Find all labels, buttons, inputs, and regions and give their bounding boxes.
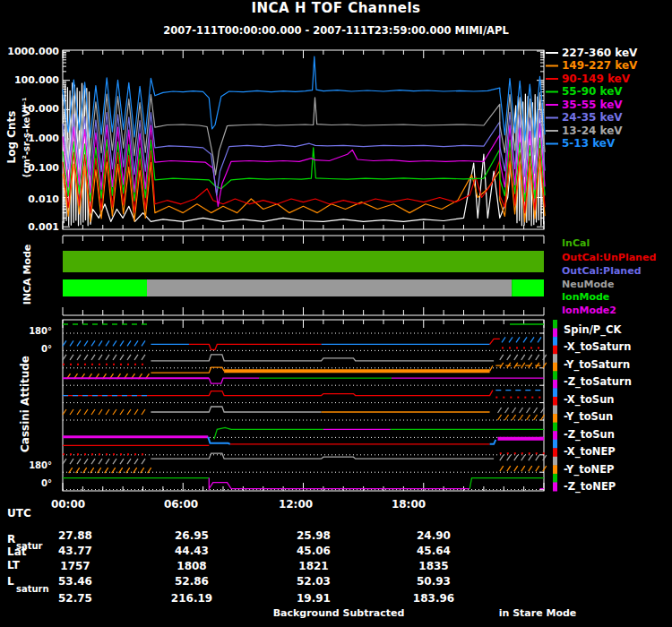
attitude-trace--y-tonep bbox=[77, 459, 81, 464]
attitude-scale-0-bottom: 0° bbox=[27, 478, 52, 488]
attitude-trace--y-tonep bbox=[120, 459, 124, 464]
attitude-key-strip-segment bbox=[553, 414, 557, 423]
attitude-trace--x-tosaturn bbox=[84, 340, 88, 346]
attitude-trace--y-tosaturn bbox=[84, 355, 88, 360]
attitude-trace--x-tosaturn bbox=[77, 340, 81, 346]
flux-trace-5-13-kev bbox=[63, 56, 545, 141]
attitude-key-strip-segment bbox=[553, 423, 557, 432]
attitude-trace--x-tosaturn bbox=[509, 347, 511, 348]
inca-tof-plot-screen: INCA H TOF Channels 2007-111T00:00:00.00… bbox=[0, 0, 672, 627]
attitude-trace--y-tosaturn bbox=[142, 355, 145, 360]
attitude-trace--y-tosun bbox=[505, 415, 509, 420]
attitude-trace--y-tonep bbox=[514, 466, 518, 471]
legend-227-360kev: 227-360 keV bbox=[562, 47, 637, 59]
row5-value: 52.75 bbox=[22, 592, 129, 605]
attitude-trace--x-tonep bbox=[208, 437, 230, 444]
attitude-trace--x-tonep bbox=[490, 440, 496, 444]
attitude-trace--x-tosaturn bbox=[502, 337, 505, 342]
attitude-trace--y-tosun bbox=[505, 408, 509, 413]
attitude-key-strip-segment bbox=[553, 482, 557, 491]
attitude-trace--y-tonep bbox=[514, 455, 518, 460]
attitude-trace--x-tosun bbox=[503, 397, 504, 399]
mode-legend-ionmode: IonMode bbox=[562, 291, 609, 303]
legend-5-13kev: 5-13 keV bbox=[562, 137, 615, 150]
attitude-key-strip-segment bbox=[553, 457, 557, 466]
attitude-trace--x-tosun bbox=[531, 397, 533, 399]
stare-mode-caption: in Stare Mode bbox=[466, 607, 609, 619]
attitude-trace--y-tonep bbox=[142, 459, 145, 464]
attitude-trace--y-tonep bbox=[84, 453, 86, 455]
attitude-trace--y-tosaturn bbox=[106, 364, 108, 365]
attitude-trace--y-tosaturn bbox=[113, 364, 115, 365]
attitude-trace--x-tosun bbox=[538, 397, 540, 399]
attitude-key-strip-segment bbox=[553, 440, 557, 449]
attitude-trace--y-tosun bbox=[84, 409, 88, 415]
attitude-trace--y-tonep bbox=[106, 453, 108, 455]
mode-axis-title: INCA Mode bbox=[22, 221, 33, 329]
attitude-trace--y-tosaturn bbox=[521, 363, 525, 368]
attitude-trace--y-tonep bbox=[106, 459, 109, 464]
attitude-trace--x-tosaturn bbox=[538, 337, 541, 342]
attitude-trace--y-tosaturn bbox=[120, 355, 124, 360]
attitude-trace--z-tosaturn bbox=[209, 378, 259, 383]
attitude-trace--y-tonep bbox=[529, 455, 532, 460]
attitude-trace--y-tosun bbox=[498, 408, 502, 413]
attitude-trace--y-tosun bbox=[106, 409, 109, 415]
attitude-trace--y-tosaturn bbox=[77, 364, 79, 365]
attitude-scale-180-bottom: 180° bbox=[27, 460, 52, 470]
background-subtracted-caption: Background Subtracted bbox=[249, 607, 428, 619]
lat-value: 43.77 bbox=[22, 545, 129, 557]
attitude-trace--x-tosaturn bbox=[120, 340, 124, 346]
attitude-trace--y-tosun bbox=[70, 409, 73, 415]
row-label-l-saturn: L bbox=[7, 575, 14, 588]
mode-bar-1 bbox=[63, 279, 147, 296]
attitude-trace--y-tonep bbox=[113, 459, 116, 464]
utc-tick-1200: 12:00 bbox=[242, 498, 349, 511]
attitude-trace--y-tonep bbox=[529, 452, 530, 454]
attitude-trace--y-tosaturn bbox=[113, 355, 116, 360]
attitude-trace--y-tosaturn bbox=[514, 355, 518, 360]
ytick-1: 1.000 bbox=[0, 133, 59, 144]
attitude-trace--z-tosaturn bbox=[151, 367, 224, 373]
attitude-trace--y-tonep bbox=[507, 466, 511, 471]
attitude-trace--x-tosaturn bbox=[134, 340, 138, 346]
attitude-trace--z-tonep bbox=[209, 478, 470, 489]
row5-value: 216.19 bbox=[138, 592, 246, 605]
attitude-trace--y-tonep bbox=[521, 452, 523, 454]
attitude-trace--y-tonep bbox=[507, 455, 511, 460]
attitude-trace--y-tonep bbox=[84, 459, 88, 464]
attitude-key-strip-segment bbox=[553, 465, 557, 474]
attitude-trace--y-tonep bbox=[500, 466, 504, 471]
attitude-trace--y-tosun bbox=[534, 408, 538, 413]
attitude-key-strip-segment bbox=[553, 346, 557, 355]
legend-35-55kev: 35-55 keV bbox=[562, 99, 623, 111]
l-saturn-value: 52.86 bbox=[138, 575, 246, 588]
attitude-trace--y-tonep bbox=[113, 453, 115, 455]
attitude-key-strip-segment bbox=[553, 397, 557, 406]
lat-value: 45.06 bbox=[260, 545, 367, 557]
attitude-trace--y-tosaturn bbox=[536, 355, 539, 360]
attitude-trace--y-tosaturn bbox=[142, 364, 143, 365]
attitude-trace--y-tosun bbox=[142, 409, 145, 415]
attitude-trace--x-tosun bbox=[524, 397, 526, 399]
attitude-trace--y-tonep bbox=[91, 453, 93, 455]
attitude-trace--y-tonep bbox=[500, 455, 504, 460]
attitude-trace--y-tosaturn bbox=[529, 355, 532, 360]
attitude-trace--x-tosun bbox=[63, 391, 493, 396]
attitude-label-y-tosun: -Y_toSun bbox=[564, 410, 613, 423]
attitude-trace--y-tonep bbox=[134, 453, 136, 455]
attitude-trace--y-tonep bbox=[120, 453, 122, 455]
attitude-trace--y-tonep bbox=[99, 453, 100, 455]
attitude-trace--y-tosaturn bbox=[84, 364, 86, 365]
utc-tick-1800: 18:00 bbox=[355, 498, 462, 511]
attitude-trace--y-tonep bbox=[536, 452, 538, 454]
legend-24-35kev: 24-35 keV bbox=[562, 111, 623, 124]
attitude-key-strip-segment bbox=[553, 448, 557, 457]
attitude-trace--y-tonep bbox=[70, 459, 73, 464]
attitude-trace--x-tosaturn bbox=[142, 340, 145, 346]
attitude-trace--y-tosun bbox=[498, 415, 502, 420]
legend-90-149kev: 90-149 keV bbox=[562, 73, 630, 85]
attitude-trace--y-tonep bbox=[500, 452, 502, 454]
attitude-label-x-tosaturn: -X_toSaturn bbox=[564, 340, 631, 353]
row-label-r-saturn: R bbox=[7, 533, 15, 545]
